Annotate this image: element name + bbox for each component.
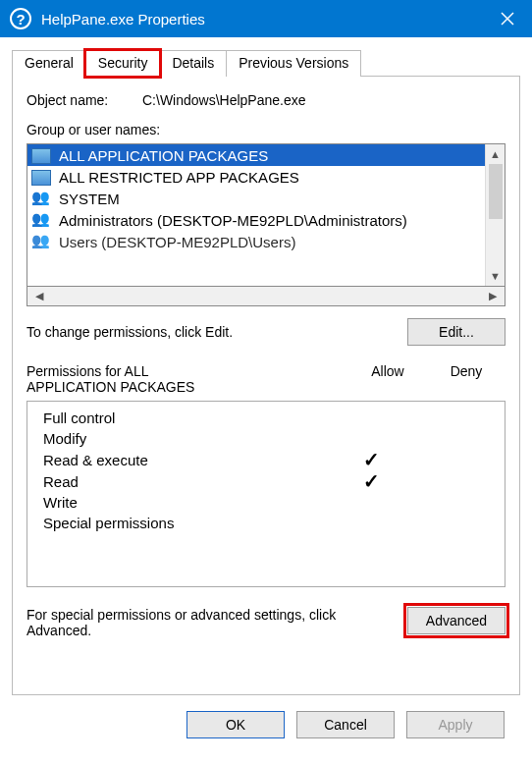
permission-name: Modify <box>43 430 332 447</box>
principal-listbox[interactable]: ALL APPLICATION PACKAGESALL RESTRICTED A… <box>27 143 505 287</box>
vertical-scrollbar[interactable]: ▲ ▼ <box>485 144 505 286</box>
principal-label: ALL RESTRICTED APP PACKAGES <box>59 169 299 186</box>
object-name-row: Object name: C:\Windows\HelpPane.exe <box>27 92 505 108</box>
permission-row: Write <box>33 492 499 513</box>
window-title: HelpPane.exe Properties <box>41 11 483 27</box>
object-name-value: C:\Windows\HelpPane.exe <box>142 92 306 108</box>
cancel-button[interactable]: Cancel <box>296 711 395 738</box>
principal-items: ALL APPLICATION PACKAGESALL RESTRICTED A… <box>27 144 485 286</box>
col-allow: Allow <box>348 363 427 395</box>
permissions-header: Permissions for ALL APPLICATION PACKAGES… <box>27 363 505 395</box>
permissions-title-line1: Permissions for ALL <box>27 363 149 379</box>
permission-row: Modify <box>33 428 499 449</box>
principal-item[interactable]: ALL APPLICATION PACKAGES <box>27 144 485 166</box>
permission-row: Special permissions <box>33 513 499 533</box>
principal-item[interactable]: Users (DESKTOP-ME92PLD\Users) <box>27 231 485 252</box>
advanced-button[interactable]: Advanced <box>407 607 505 634</box>
permission-row: Full control <box>33 408 499 428</box>
object-name-label: Object name: <box>27 92 142 108</box>
ok-button[interactable]: OK <box>186 711 285 738</box>
permission-name: Read <box>43 473 332 490</box>
close-icon <box>501 12 514 26</box>
scroll-left-icon[interactable]: ◀ <box>27 287 51 305</box>
close-button[interactable] <box>483 0 532 37</box>
package-icon <box>31 168 53 186</box>
scroll-right-icon[interactable]: ▶ <box>481 287 505 305</box>
scroll-down-icon[interactable]: ▼ <box>486 266 505 286</box>
col-deny: Deny <box>427 363 505 395</box>
advanced-hint: For special permissions or advanced sett… <box>27 607 396 638</box>
permission-name: Full control <box>43 409 332 426</box>
tab-general[interactable]: General <box>12 50 86 77</box>
permission-allow: ✓ <box>332 472 410 490</box>
tab-details[interactable]: Details <box>159 50 227 77</box>
hscroll-track[interactable] <box>51 287 481 305</box>
permissions-box: Full controlModifyRead & execute✓Read✓Wr… <box>27 401 505 587</box>
group-label: Group or user names: <box>27 122 505 137</box>
permissions-title-line2: APPLICATION PACKAGES <box>27 379 194 395</box>
permission-name: Read & execute <box>43 452 332 468</box>
help-icon: ? <box>10 8 31 29</box>
principal-label: ALL APPLICATION PACKAGES <box>59 147 268 164</box>
permission-row: Read & execute✓ <box>33 449 499 470</box>
scroll-thumb[interactable] <box>489 164 503 219</box>
users-icon <box>31 211 53 229</box>
apply-button[interactable]: Apply <box>406 711 505 738</box>
edit-hint: To change permissions, click Edit. <box>27 324 233 340</box>
tab-strip: General Security Details Previous Versio… <box>12 49 520 77</box>
horizontal-scrollbar[interactable]: ◀ ▶ <box>27 287 505 306</box>
principal-item[interactable]: ALL RESTRICTED APP PACKAGES <box>27 166 485 188</box>
principal-label: Users (DESKTOP-ME92PLD\Users) <box>59 234 295 250</box>
tab-panel-security: Object name: C:\Windows\HelpPane.exe Gro… <box>12 77 520 695</box>
permission-name: Write <box>43 494 332 511</box>
tab-security[interactable]: Security <box>85 50 161 77</box>
scroll-up-icon[interactable]: ▲ <box>486 144 505 164</box>
users-icon <box>31 233 53 250</box>
package-icon <box>31 146 53 164</box>
title-bar: ? HelpPane.exe Properties <box>0 0 532 37</box>
permission-allow: ✓ <box>332 451 410 468</box>
permission-name: Special permissions <box>43 515 332 531</box>
principal-item[interactable]: Administrators (DESKTOP-ME92PLD\Administ… <box>27 209 485 231</box>
principal-item[interactable]: SYSTEM <box>27 188 485 209</box>
edit-row: To change permissions, click Edit. Edit.… <box>27 318 505 346</box>
window-body: General Security Details Previous Versio… <box>0 37 532 750</box>
permission-row: Read✓ <box>33 470 499 492</box>
principal-label: Administrators (DESKTOP-ME92PLD\Administ… <box>59 212 407 229</box>
permissions-title: Permissions for ALL APPLICATION PACKAGES <box>27 363 348 395</box>
advanced-row: For special permissions or advanced sett… <box>27 607 505 638</box>
edit-button[interactable]: Edit... <box>407 318 505 346</box>
principal-label: SYSTEM <box>59 191 120 207</box>
tab-previous-versions[interactable]: Previous Versions <box>226 50 361 77</box>
users-icon <box>31 190 53 207</box>
dialog-buttons: OK Cancel Apply <box>12 711 520 738</box>
